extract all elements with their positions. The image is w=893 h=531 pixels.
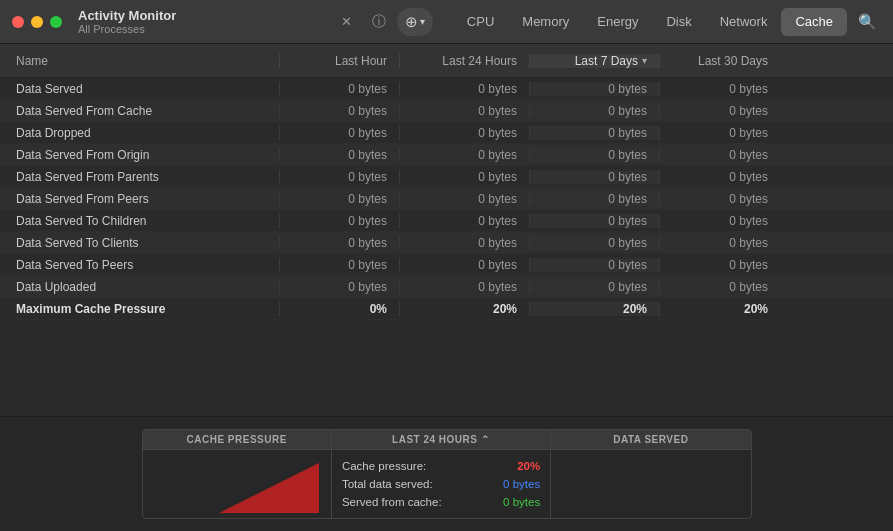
table-row[interactable]: Maximum Cache Pressure 0% 20% 20% 20%: [0, 298, 893, 320]
data-served-value: 0 bytes: [503, 478, 540, 490]
cell-last-hour: 0 bytes: [280, 236, 400, 250]
cell-last-30: 0 bytes: [660, 258, 780, 272]
col-last-7-header[interactable]: Last 7 Days ▾: [530, 54, 660, 68]
cell-name: Maximum Cache Pressure: [0, 302, 280, 316]
cell-last-7: 0 bytes: [530, 192, 660, 206]
table-row[interactable]: Data Served From Cache 0 bytes 0 bytes 0…: [0, 100, 893, 122]
bottom-panel: CACHE PRESSURE LAST 24 HOURS ⌃ Cache pre…: [142, 429, 752, 519]
data-served-section: DATA SERVED: [551, 430, 750, 518]
stop-button[interactable]: ✕: [333, 8, 361, 36]
cell-last-hour: 0 bytes: [280, 82, 400, 96]
cell-name: Data Served: [0, 82, 280, 96]
table-row[interactable]: Data Served To Clients 0 bytes 0 bytes 0…: [0, 232, 893, 254]
data-served-header: DATA SERVED: [551, 430, 750, 450]
cache-pressure-header: CACHE PRESSURE: [143, 430, 331, 450]
tab-energy[interactable]: Energy: [583, 8, 652, 36]
cell-name: Data Served To Peers: [0, 258, 280, 272]
table-row[interactable]: Data Served From Peers 0 bytes 0 bytes 0…: [0, 188, 893, 210]
cell-last-24: 0 bytes: [400, 82, 530, 96]
cell-last-30: 0 bytes: [660, 104, 780, 118]
tab-cache[interactable]: Cache: [781, 8, 847, 36]
table-row[interactable]: Data Served 0 bytes 0 bytes 0 bytes 0 by…: [0, 78, 893, 100]
cell-last-hour: 0 bytes: [280, 104, 400, 118]
cell-name: Data Served To Clients: [0, 236, 280, 250]
app-title: Activity Monitor: [78, 8, 176, 23]
cell-last-7: 0 bytes: [530, 148, 660, 162]
cell-last-7: 0 bytes: [530, 170, 660, 184]
cell-name: Data Served To Children: [0, 214, 280, 228]
column-headers: Name Last Hour Last 24 Hours Last 7 Days…: [0, 44, 893, 78]
table-row[interactable]: Data Served From Origin 0 bytes 0 bytes …: [0, 144, 893, 166]
svg-marker-0: [219, 463, 319, 513]
cell-last-24: 20%: [400, 302, 530, 316]
table-row[interactable]: Data Dropped 0 bytes 0 bytes 0 bytes 0 b…: [0, 122, 893, 144]
cell-last-7: 0 bytes: [530, 258, 660, 272]
cell-last-30: 0 bytes: [660, 236, 780, 250]
cell-last-30: 20%: [660, 302, 780, 316]
cache-pressure-content: [143, 450, 331, 519]
traffic-lights: [12, 16, 62, 28]
table-row[interactable]: Data Served To Peers 0 bytes 0 bytes 0 b…: [0, 254, 893, 276]
chevron-down-icon: ▾: [420, 16, 425, 27]
cell-last-30: 0 bytes: [660, 148, 780, 162]
table-row[interactable]: Data Served From Parents 0 bytes 0 bytes…: [0, 166, 893, 188]
cache-value: 0 bytes: [503, 496, 540, 508]
table-body: Data Served 0 bytes 0 bytes 0 bytes 0 by…: [0, 78, 893, 320]
cell-last-30: 0 bytes: [660, 280, 780, 294]
cell-last-24: 0 bytes: [400, 170, 530, 184]
cell-last-30: 0 bytes: [660, 126, 780, 140]
tab-network[interactable]: Network: [706, 8, 782, 36]
cell-name: Data Served From Peers: [0, 192, 280, 206]
cell-last-24: 0 bytes: [400, 236, 530, 250]
plus-icon: ⊕: [405, 13, 418, 31]
last-24-section: LAST 24 HOURS ⌃ Cache pressure: 20% Tota…: [332, 430, 551, 518]
col-name-header[interactable]: Name: [0, 54, 280, 68]
cell-last-hour: 0 bytes: [280, 192, 400, 206]
cell-name: Data Served From Parents: [0, 170, 280, 184]
cell-last-30: 0 bytes: [660, 82, 780, 96]
cell-last-24: 0 bytes: [400, 148, 530, 162]
sort-arrow-icon: ▾: [642, 55, 647, 66]
info-button[interactable]: ⓘ: [365, 8, 393, 36]
titlebar: Activity Monitor All Processes ✕ ⓘ ⊕ ▾ C…: [0, 0, 893, 44]
minimize-button[interactable]: [31, 16, 43, 28]
cell-last-7: 20%: [530, 302, 660, 316]
bottom-section: CACHE PRESSURE LAST 24 HOURS ⌃ Cache pre…: [0, 416, 893, 531]
data-served-label: Total data served:: [342, 478, 433, 490]
cell-name: Data Served From Origin: [0, 148, 280, 162]
cell-last-hour: 0 bytes: [280, 148, 400, 162]
stats-row-pressure: Cache pressure: 20%: [332, 458, 550, 474]
cell-last-hour: 0 bytes: [280, 258, 400, 272]
cell-last-7: 0 bytes: [530, 82, 660, 96]
titlebar-controls: ✕ ⓘ ⊕ ▾: [333, 8, 433, 36]
col-last-hour-header[interactable]: Last Hour: [280, 54, 400, 68]
cell-last-hour: 0 bytes: [280, 214, 400, 228]
maximize-button[interactable]: [50, 16, 62, 28]
tab-memory[interactable]: Memory: [508, 8, 583, 36]
stats-row-data-served: Total data served: 0 bytes: [332, 476, 550, 492]
cell-last-24: 0 bytes: [400, 280, 530, 294]
cell-last-30: 0 bytes: [660, 214, 780, 228]
app-title-block: Activity Monitor All Processes: [78, 8, 176, 35]
cell-last-7: 0 bytes: [530, 214, 660, 228]
cell-last-24: 0 bytes: [400, 192, 530, 206]
search-button[interactable]: 🔍: [853, 8, 881, 36]
col-last-30-header[interactable]: Last 30 Days: [660, 54, 780, 68]
add-button[interactable]: ⊕ ▾: [397, 8, 433, 36]
cell-last-24: 0 bytes: [400, 258, 530, 272]
tab-cpu[interactable]: CPU: [453, 8, 508, 36]
close-button[interactable]: [12, 16, 24, 28]
last-24-header: LAST 24 HOURS ⌃: [332, 430, 550, 450]
col-last-24-header[interactable]: Last 24 Hours: [400, 54, 530, 68]
table-row[interactable]: Data Uploaded 0 bytes 0 bytes 0 bytes 0 …: [0, 276, 893, 298]
cell-last-30: 0 bytes: [660, 170, 780, 184]
pressure-label: Cache pressure:: [342, 460, 426, 472]
cell-last-7: 0 bytes: [530, 104, 660, 118]
cell-last-hour: 0%: [280, 302, 400, 316]
stats-row-cache: Served from cache: 0 bytes: [332, 494, 550, 510]
tab-disk[interactable]: Disk: [652, 8, 705, 36]
cell-last-hour: 0 bytes: [280, 170, 400, 184]
table-row[interactable]: Data Served To Children 0 bytes 0 bytes …: [0, 210, 893, 232]
cell-last-7: 0 bytes: [530, 280, 660, 294]
data-served-content: [551, 450, 750, 518]
